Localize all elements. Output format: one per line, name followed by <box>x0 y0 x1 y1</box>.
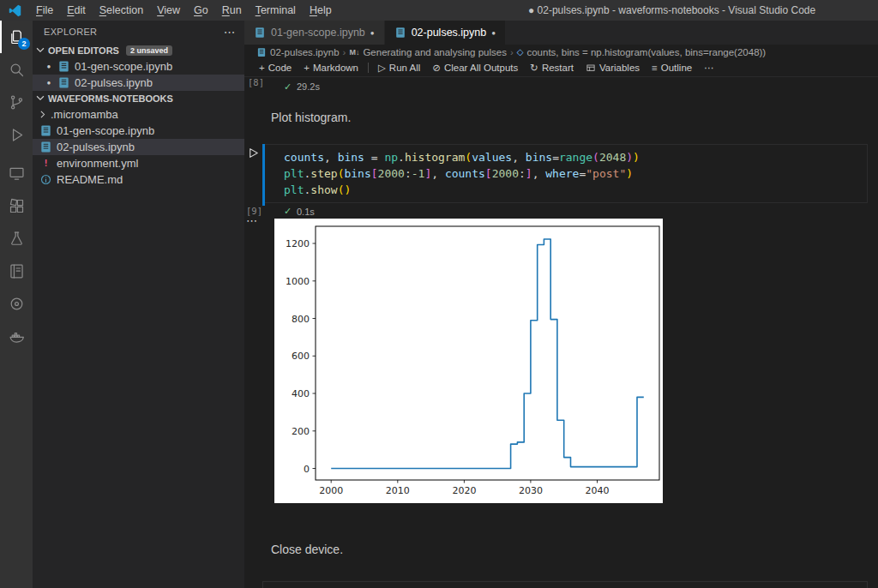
cell-focus-indicator <box>262 144 265 206</box>
tab-bar: 01-gen-scope.ipynb●02-pulses.ipynb● <box>244 21 878 45</box>
vscode-logo-icon <box>0 3 29 18</box>
toolbar-more-button[interactable]: ⋯ <box>698 59 720 76</box>
chevron-right-icon <box>36 108 49 121</box>
unsaved-badge: 2 unsaved <box>126 45 172 56</box>
window-title: ● 02-pulses.ipynb - waveforms-notebooks … <box>528 0 815 21</box>
modified-dot-icon[interactable]: ● <box>370 29 375 37</box>
toolbar-label: Variables <box>599 63 640 73</box>
output-options-icon[interactable]: ⋯ <box>246 214 258 227</box>
tree-item-02-pulses.ipynb[interactable]: 02-pulses.ipynb <box>33 139 244 155</box>
tree-item-.micromamba[interactable]: .micromamba <box>33 106 244 123</box>
histogram-plot: 2000201020202030204002004006008001000120… <box>274 219 663 503</box>
activitybar-jupyter-icon[interactable] <box>0 287 33 320</box>
tree-item-01-gen-scope.ipynb[interactable]: 01-gen-scope.ipynb <box>33 123 244 139</box>
breadcrumb-label: 02-pulses.ipynb <box>270 47 340 57</box>
next-code-cell[interactable] <box>262 581 868 588</box>
menu-selection[interactable]: Selection <box>93 0 150 21</box>
markdown-icon: M↓ <box>349 48 359 57</box>
breadcrumb-separator: › <box>510 47 514 57</box>
file-name: environment.yml <box>57 157 138 170</box>
tab-02-pulses.ipynb[interactable]: 02-pulses.ipynb● <box>385 21 506 45</box>
explorer-badge: 2 <box>18 38 30 50</box>
svg-text:1200: 1200 <box>286 238 310 249</box>
toolbar-markdown-button[interactable]: +Markdown <box>298 59 364 76</box>
activitybar-remote-explorer-icon[interactable] <box>0 157 33 189</box>
file-name: README.md <box>57 173 123 186</box>
toolbar-run-all-button[interactable]: ▷Run All <box>372 59 426 76</box>
menu-run[interactable]: Run <box>215 0 249 21</box>
tab-01-gen-scope.ipynb[interactable]: 01-gen-scope.ipynb● <box>244 21 385 45</box>
breadcrumb-item[interactable]: 02-pulses.ipynb <box>256 47 340 57</box>
file-name: 01-gen-scope.ipynb <box>75 60 172 73</box>
activitybar-explorer-icon[interactable]: 2 <box>0 21 33 53</box>
restart-icon: ↻ <box>530 62 538 74</box>
run-all-icon: ▷ <box>378 62 386 74</box>
workbench: 2 EXPLORER ⋯ OPEN EDITORS 2 unsaved ●01-… <box>0 21 878 588</box>
open-editor-02-pulses.ipynb[interactable]: ●02-pulses.ipynb <box>33 75 244 91</box>
clear-outputs-icon: ⊘ <box>432 62 441 74</box>
svg-text:2010: 2010 <box>386 485 410 496</box>
breadcrumb-item[interactable]: ◇counts, bins = np.histogram(values, bin… <box>517 47 766 57</box>
tree-item-README.md[interactable]: README.md <box>33 171 244 188</box>
explorer-sidebar: EXPLORER ⋯ OPEN EDITORS 2 unsaved ●01-ge… <box>33 21 244 588</box>
file-name: 02-pulses.ipynb <box>75 76 153 89</box>
svg-text:2020: 2020 <box>452 485 476 496</box>
more-icon: ⋯ <box>704 62 714 74</box>
menubar: FileEditSelectionViewGoRunTerminalHelp <box>29 0 339 21</box>
toolbar-divider <box>368 63 369 73</box>
breadcrumb-item[interactable]: M↓Generating and analysing pulses <box>349 47 507 57</box>
breadcrumb: 02-pulses.ipynb›M↓Generating and analysi… <box>244 45 878 59</box>
toolbar-outline-button[interactable]: ≡Outline <box>646 59 698 76</box>
menu-help[interactable]: Help <box>303 0 339 21</box>
execution-time: 29.2s <box>297 81 320 92</box>
notebook-file-icon <box>57 60 70 73</box>
menu-view[interactable]: View <box>150 0 187 21</box>
toolbar-label: Run All <box>389 63 420 73</box>
file-name: 02-pulses.ipynb <box>57 141 135 153</box>
svg-text:800: 800 <box>292 314 310 325</box>
run-cell-button[interactable] <box>247 147 260 159</box>
toolbar-variables-button[interactable]: Variables <box>580 59 646 76</box>
open-editor-01-gen-scope.ipynb[interactable]: ●01-gen-scope.ipynb <box>33 58 244 75</box>
yaml-file-icon: ! <box>39 157 52 170</box>
toolbar-label: Outline <box>661 63 692 73</box>
activitybar-docker-icon[interactable] <box>0 320 33 352</box>
toolbar-label: Markdown <box>313 63 358 73</box>
menu-go[interactable]: Go <box>187 0 215 21</box>
variables-icon <box>586 63 596 73</box>
activitybar-search-icon[interactable] <box>0 53 33 86</box>
toolbar-restart-button[interactable]: ↻Restart <box>524 59 580 76</box>
workspace-label: WAVEFORMS-NOTEBOOKS <box>48 93 173 104</box>
tab-label: 01-gen-scope.ipynb <box>271 27 365 39</box>
workspace-header[interactable]: WAVEFORMS-NOTEBOOKS <box>33 91 244 106</box>
open-editors-label: OPEN EDITORS <box>48 45 119 56</box>
previous-cell-status: [8] ✓ 29.2s <box>244 77 433 93</box>
execution-time: 0.1s <box>297 207 315 217</box>
notebook-file-icon <box>254 27 266 39</box>
open-editors-header[interactable]: OPEN EDITORS 2 unsaved <box>33 43 244 58</box>
activitybar-extensions-icon[interactable] <box>0 189 33 222</box>
activity-bar: 2 <box>0 21 33 588</box>
svg-text:200: 200 <box>292 426 310 437</box>
titlebar: FileEditSelectionViewGoRunTerminalHelp ●… <box>0 0 878 21</box>
cell-code-editor[interactable]: counts, bins = np.histogram(values, bins… <box>262 144 868 203</box>
activitybar-source-control-icon[interactable] <box>0 86 33 118</box>
toolbar-code-button[interactable]: +Code <box>253 59 298 76</box>
svg-text:400: 400 <box>292 388 310 399</box>
activitybar-testing-icon[interactable] <box>0 222 33 255</box>
activitybar-notebook-icon[interactable] <box>0 255 33 287</box>
menu-terminal[interactable]: Terminal <box>249 0 303 21</box>
tree-item-environment.yml[interactable]: !environment.yml <box>33 155 244 171</box>
menu-edit[interactable]: Edit <box>60 0 93 21</box>
markdown-cell-plot-histogram[interactable]: Plot histogram. <box>271 111 351 124</box>
activitybar-run-debug-icon[interactable] <box>0 118 33 151</box>
explorer-title: EXPLORER <box>44 27 97 37</box>
breadcrumb-label: counts, bins = np.histogram(values, bins… <box>526 47 766 57</box>
explorer-more-actions-icon[interactable]: ⋯ <box>224 25 236 39</box>
markdown-cell-close-device[interactable]: Close device. <box>271 543 343 556</box>
toolbar-clear-all-outputs-button[interactable]: ⊘Clear All Outputs <box>426 59 524 76</box>
modified-dot-icon[interactable]: ● <box>491 29 496 37</box>
modified-dot-icon: ● <box>45 63 53 70</box>
toolbar-label: Code <box>268 63 292 73</box>
menu-file[interactable]: File <box>29 0 60 21</box>
